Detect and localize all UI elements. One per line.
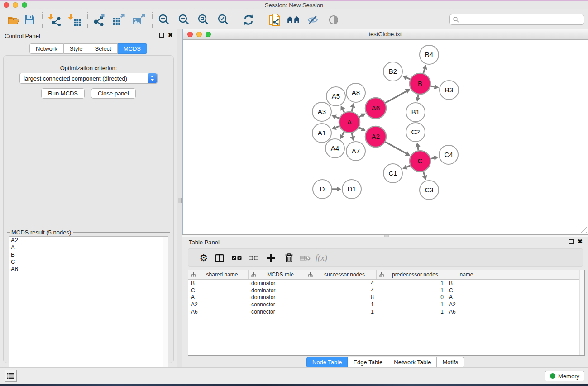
result-item[interactable]: A2 [9, 237, 168, 244]
column-header-shared-name[interactable]: shared name [188, 270, 249, 279]
graph-node-B4[interactable]: B4 [420, 45, 439, 64]
result-scrollbar[interactable] [163, 237, 168, 384]
import-network-button[interactable] [48, 13, 63, 27]
table-cell[interactable]: A2 [188, 301, 249, 308]
graph-node-C[interactable]: C [410, 151, 430, 172]
graph-node-B2[interactable]: B2 [383, 62, 402, 81]
edge-C-C4[interactable] [430, 158, 434, 159]
export-image-button[interactable] [131, 13, 146, 27]
graph-node-A2[interactable]: A2 [365, 126, 386, 147]
column-header-predecessor-nodes[interactable]: predecessor nodes [377, 270, 446, 279]
network-window-titlebar[interactable]: testGlobe.txt [183, 29, 588, 40]
close-panel-icon[interactable]: ✖ [578, 239, 583, 244]
table-cell[interactable]: dominator [249, 294, 305, 300]
graph-node-C1[interactable]: C1 [383, 164, 402, 183]
table-row[interactable]: A6connector11A6 [188, 308, 584, 315]
graph-node-A6[interactable]: A6 [365, 98, 386, 119]
task-history-button[interactable] [5, 370, 17, 382]
table-options-button[interactable]: ⚙ [196, 251, 211, 265]
edge-B-B4[interactable] [423, 69, 425, 73]
horizontal-splitter[interactable] [182, 234, 588, 237]
run-mcds-button[interactable]: Run MCDS [41, 88, 85, 99]
memory-button[interactable]: Memory [545, 371, 584, 381]
table-cell[interactable]: 0 [377, 294, 446, 300]
table-row[interactable]: Bdominator41B [188, 280, 584, 287]
edge-C-C2[interactable] [418, 147, 418, 151]
graph-node-C2[interactable]: C2 [406, 123, 425, 142]
network-graph-canvas[interactable]: B4B2BB3A5A8A6A3B1AC2A1A2A4A7C4CC1C3DD1 [183, 40, 588, 234]
edge-B-B3[interactable] [430, 86, 434, 87]
table-cell[interactable]: 1 [377, 280, 446, 286]
search-input[interactable] [459, 16, 584, 23]
edge-B-B2[interactable] [406, 78, 410, 80]
resize-grip-icon[interactable] [581, 227, 587, 233]
graph-node-C3[interactable]: C3 [420, 181, 439, 200]
save-session-button[interactable] [22, 13, 37, 27]
result-item[interactable]: A [9, 244, 168, 251]
home-button[interactable] [286, 13, 301, 27]
export-table-button[interactable] [111, 13, 126, 27]
tab-network[interactable]: Network [29, 43, 64, 54]
column-header-name[interactable]: name [446, 270, 487, 279]
table-cell[interactable]: C [446, 287, 487, 294]
table-row[interactable]: Adominator80A [188, 294, 584, 301]
graph-node-A[interactable]: A [339, 112, 360, 133]
table-cell[interactable]: connector [249, 309, 305, 315]
edge-A-A7[interactable] [352, 133, 353, 136]
add-row-button[interactable] [264, 251, 278, 265]
show-all-button[interactable] [326, 13, 341, 27]
graph-node-A3[interactable]: A3 [312, 102, 331, 121]
splitter-grip[interactable] [178, 198, 182, 203]
graph-node-A4[interactable]: A4 [325, 139, 344, 158]
optimization-criterion-select[interactable]: largest connected component (directed) [19, 73, 158, 84]
edge-B-B1[interactable] [418, 95, 418, 98]
edge-A2-C[interactable] [385, 142, 406, 154]
table-cell[interactable]: dominator [249, 280, 305, 286]
edge-A-A3[interactable] [336, 117, 339, 119]
edge-A6-B[interactable] [385, 91, 406, 103]
import-table-button[interactable] [67, 13, 83, 27]
tab-motifs[interactable]: Motifs [437, 357, 464, 367]
zoom-selected-button[interactable] [215, 13, 231, 27]
delete-row-button[interactable] [282, 251, 296, 265]
zoom-fit-button[interactable] [196, 13, 211, 27]
table-cell[interactable]: A2 [446, 301, 487, 308]
column-header-successor-nodes[interactable]: successor nodes [305, 270, 377, 279]
table-cell[interactable]: 1 [377, 309, 446, 315]
table-cell[interactable]: A6 [188, 309, 249, 315]
table-cell[interactable]: 1 [305, 309, 377, 315]
tab-style[interactable]: Style [64, 43, 89, 54]
table-row[interactable]: Cdominator41C [188, 287, 584, 294]
column-header-MCDS-role[interactable]: MCDS role [249, 270, 305, 279]
table-cell[interactable]: 1 [377, 301, 446, 308]
select-all-button[interactable] [229, 251, 244, 265]
duplicate-network-button[interactable] [267, 13, 282, 27]
edge-A-A8[interactable] [352, 107, 353, 111]
open-session-button[interactable] [6, 13, 21, 27]
mcds-result-list[interactable]: A2ABCA6 [9, 236, 168, 384]
graph-node-A8[interactable]: A8 [346, 83, 365, 102]
result-item[interactable]: C [9, 258, 168, 266]
edge-C-C1[interactable] [406, 166, 410, 167]
tab-select[interactable]: Select [89, 43, 118, 54]
edge-A-A5[interactable] [343, 110, 344, 113]
show-column-button[interactable] [212, 251, 227, 265]
result-item[interactable]: A6 [9, 266, 168, 273]
graph-node-A1[interactable]: A1 [312, 124, 331, 143]
float-panel-icon[interactable] [569, 239, 574, 244]
table-cell[interactable]: 4 [305, 280, 377, 286]
table-row[interactable]: A2connector11A2 [188, 301, 584, 308]
graph-node-B3[interactable]: B3 [440, 81, 459, 100]
table-scrollbar[interactable] [579, 270, 584, 355]
table-cell[interactable]: 8 [305, 294, 377, 300]
graph-node-B[interactable]: B [410, 73, 430, 94]
zoom-in-button[interactable] [156, 13, 172, 27]
vertical-splitter[interactable] [177, 29, 182, 367]
graph-node-B1[interactable]: B1 [406, 103, 425, 122]
table-cell[interactable]: C [188, 287, 249, 294]
table-cell[interactable]: 1 [377, 287, 446, 294]
table-cell[interactable]: 4 [305, 287, 377, 294]
graph-node-C4[interactable]: C4 [439, 145, 458, 164]
graph-node-A5[interactable]: A5 [326, 87, 345, 106]
result-item[interactable]: B [9, 251, 168, 258]
